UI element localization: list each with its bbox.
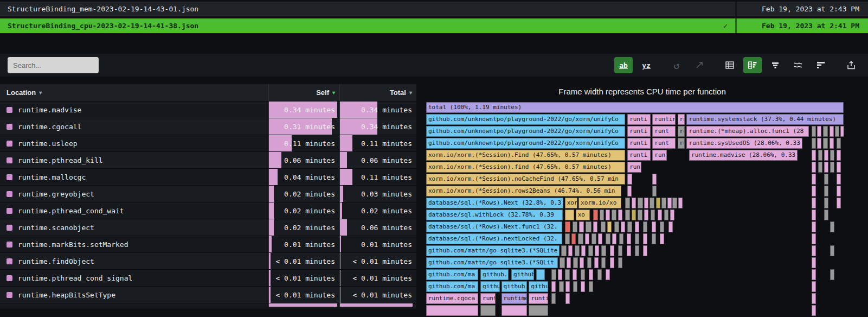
flame-frame[interactable]: database/sql.(*Rows).Next.func1 (32. bbox=[426, 221, 562, 232]
flame-frame[interactable] bbox=[606, 233, 610, 244]
table-row[interactable]: runtime.madvise0.34 minutes0.34 minutes bbox=[0, 102, 416, 118]
undo-button[interactable]: ↺ bbox=[667, 57, 686, 73]
flame-frame[interactable] bbox=[824, 162, 828, 173]
table-flame-view-button[interactable] bbox=[743, 57, 762, 73]
flame-frame[interactable] bbox=[812, 305, 816, 316]
flame-frame[interactable] bbox=[610, 245, 614, 256]
flame-frame[interactable] bbox=[837, 174, 841, 185]
flame-frame[interactable] bbox=[830, 245, 834, 256]
flame-frame[interactable] bbox=[632, 210, 636, 220]
match-case-yz-button[interactable]: yz bbox=[637, 57, 655, 73]
flame-frame[interactable] bbox=[580, 257, 584, 268]
flame-frame[interactable] bbox=[585, 233, 589, 244]
flame-frame[interactable]: xo bbox=[576, 210, 590, 220]
flame-frame[interactable] bbox=[606, 269, 610, 280]
flame-frame[interactable] bbox=[588, 245, 593, 256]
flame-frame[interactable] bbox=[652, 233, 656, 244]
flame-frame[interactable] bbox=[812, 269, 816, 280]
flame-frame[interactable] bbox=[575, 245, 580, 256]
flame-frame[interactable]: xorm.io/xorm.(*Session).rows2Beans (46.7… bbox=[426, 186, 621, 196]
flame-frame[interactable]: database/sql.(*Rows).Next (32.8%, 0.3 bbox=[426, 198, 563, 208]
flame-frame[interactable] bbox=[812, 174, 816, 185]
flame-frame[interactable]: runti bbox=[627, 150, 651, 161]
table-row[interactable]: runtime.pthread_cond_wait0.02 minutes0.0… bbox=[0, 202, 416, 219]
flame-frame[interactable]: run bbox=[678, 114, 685, 125]
flame-frame[interactable] bbox=[635, 245, 639, 256]
flame-frame[interactable] bbox=[824, 210, 828, 220]
flame-frame[interactable] bbox=[607, 221, 612, 232]
flame-frame[interactable] bbox=[837, 150, 841, 161]
flame-frame[interactable] bbox=[812, 281, 816, 292]
flame-frame[interactable]: github. bbox=[480, 269, 509, 280]
flame-frame[interactable] bbox=[565, 293, 570, 304]
flame-frame[interactable] bbox=[824, 198, 828, 208]
flame-frame[interactable] bbox=[660, 221, 664, 232]
flame-frame[interactable]: github. bbox=[501, 281, 528, 292]
flame-frame[interactable]: runt bbox=[652, 126, 676, 137]
file-row-cpu[interactable]: StructureBinding_cpu-2023-02-19-14-41-38… bbox=[0, 18, 868, 33]
table-row[interactable]: runtime.pthread_kill0.06 minutes0.06 min… bbox=[0, 152, 416, 169]
flame-frame[interactable]: runtime.sysUsedOS (28.06%, 0.33 bbox=[686, 138, 802, 149]
flame-frame[interactable] bbox=[594, 257, 599, 268]
flame-frame[interactable] bbox=[823, 126, 827, 137]
flame-frame[interactable] bbox=[573, 221, 577, 232]
table-row[interactable]: runtime.pthread_cond_signal< 0.01 minute… bbox=[0, 270, 416, 287]
flame-frame[interactable] bbox=[643, 233, 647, 244]
flame-frame[interactable] bbox=[835, 126, 839, 137]
flame-frame[interactable] bbox=[660, 233, 664, 244]
flame-frame[interactable]: total (100%, 1.19 minutes) bbox=[426, 102, 844, 113]
flame-frame[interactable] bbox=[601, 257, 606, 268]
flame-frame[interactable]: runt bbox=[652, 150, 666, 161]
flame-frame[interactable] bbox=[643, 221, 647, 232]
column-header-location[interactable]: Location ▾ bbox=[0, 84, 268, 101]
flame-frame[interactable]: github bbox=[511, 269, 534, 280]
flame-frame[interactable] bbox=[573, 269, 577, 280]
flame-frame[interactable] bbox=[612, 233, 616, 244]
flame-frame[interactable]: xorm.io/xorm.(*Session).find (47.65%, 0.… bbox=[426, 162, 625, 173]
flame-frame[interactable] bbox=[638, 210, 642, 220]
flame-frame[interactable] bbox=[606, 210, 610, 220]
flame-frame[interactable] bbox=[558, 269, 562, 280]
flame-frame[interactable]: runt bbox=[480, 293, 496, 304]
flame-frame[interactable] bbox=[840, 126, 844, 137]
flame-frame[interactable] bbox=[579, 221, 584, 232]
flame-frame[interactable] bbox=[652, 174, 657, 185]
flame-frame[interactable]: runti bbox=[627, 114, 651, 125]
flame-frame[interactable] bbox=[586, 221, 591, 232]
flame-frame[interactable]: runt bbox=[652, 138, 676, 149]
flame-frame[interactable] bbox=[581, 245, 586, 256]
column-header-total[interactable]: Total ▾ bbox=[339, 84, 416, 101]
flame-frame[interactable]: ru bbox=[678, 126, 685, 137]
flame-frame[interactable] bbox=[830, 221, 834, 232]
flame-frame[interactable]: ru bbox=[678, 138, 685, 149]
flame-frame[interactable] bbox=[670, 210, 674, 220]
flame-frame[interactable]: github.com/unknowntpo/playground-2022/go… bbox=[426, 126, 625, 137]
export-button[interactable] bbox=[842, 57, 860, 73]
flame-frame[interactable] bbox=[600, 210, 604, 220]
flame-frame[interactable] bbox=[565, 269, 570, 280]
flame-frame[interactable] bbox=[812, 198, 816, 208]
table-row[interactable]: runtime.scanobject0.02 minutes0.06 minut… bbox=[0, 219, 416, 236]
flame-frame[interactable] bbox=[589, 269, 593, 280]
file-row-mem[interactable]: StructureBinding_mem-2023-02-19-14-43-01… bbox=[0, 2, 868, 16]
flame-frame[interactable] bbox=[568, 245, 573, 256]
flame-frame[interactable]: xorm.io/xo bbox=[578, 198, 621, 208]
flame-frame[interactable] bbox=[536, 269, 544, 280]
flame-frame[interactable] bbox=[812, 210, 816, 220]
flame-frame[interactable] bbox=[598, 233, 602, 244]
flame-frame[interactable] bbox=[667, 198, 672, 208]
flame-frame[interactable] bbox=[830, 269, 834, 280]
flame-frame[interactable] bbox=[565, 210, 574, 220]
flame-frame[interactable] bbox=[501, 305, 528, 316]
flame-frame[interactable]: github.com/ma bbox=[426, 281, 478, 292]
flame-frame[interactable]: githu bbox=[480, 281, 499, 292]
flame-frame[interactable] bbox=[571, 233, 576, 244]
flame-frame[interactable] bbox=[559, 281, 564, 292]
flame-frame[interactable] bbox=[837, 162, 841, 173]
flame-frame[interactable]: runtime.(*mheap).alloc.func1 (28 bbox=[686, 126, 809, 137]
flame-frame[interactable] bbox=[661, 198, 666, 208]
search-input[interactable] bbox=[8, 57, 99, 73]
flame-frame[interactable] bbox=[652, 221, 656, 232]
flame-frame[interactable] bbox=[635, 221, 639, 232]
flame-frame[interactable] bbox=[643, 245, 647, 256]
